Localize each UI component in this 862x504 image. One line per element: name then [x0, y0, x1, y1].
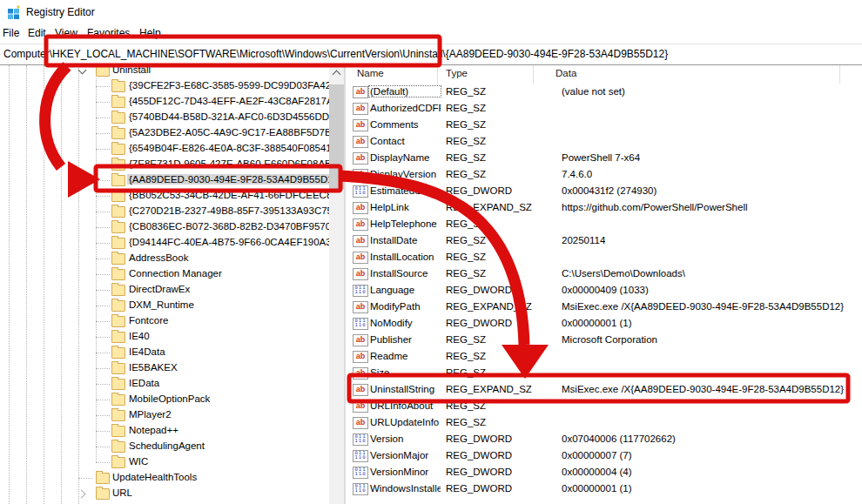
tree-row[interactable]: Notepad++ [0, 423, 329, 439]
registry-value-row[interactable]: abDisplayNameREG_SZPowerShell 7-x64 [348, 150, 862, 166]
value-type: REG_DWORD [446, 318, 512, 328]
tree-row[interactable]: {D94144FC-40EA-4B75-9F66-0CA4EF190A3A [0, 235, 329, 251]
registry-value-row[interactable]: abModifyPathREG_EXPAND_SZMsiExec.exe /X{… [348, 299, 862, 315]
tree-row[interactable]: DirectDrawEx [0, 282, 329, 298]
tree-row[interactable]: {C270D21B-2327-49B8-85F7-395133A93C75} [0, 204, 329, 219]
menu-file[interactable]: File [3, 27, 19, 39]
column-separator[interactable] [533, 65, 534, 84]
registry-value-row[interactable]: abDisplayVersionREG_SZ7.4.6.0 [348, 166, 862, 183]
registry-value-row[interactable]: 011 110VersionMinorREG_DWORD0x00000004 (… [348, 464, 862, 480]
tree-row[interactable]: {39CFE2F3-E68C-3585-9599-DC99D03FA42D} [0, 78, 329, 94]
tree-row[interactable]: {7E8E731D-9605-427E-AB60-E660D6E08ABB} [0, 157, 329, 172]
tree-row[interactable]: {5A23DBE2-A05C-4A9C-9C17-EA88BF5D7B4 [0, 125, 329, 141]
registry-value-row[interactable]: 011 110LanguageREG_DWORD0x00000409 (1033… [348, 282, 862, 299]
registry-value-row[interactable]: abInstallLocationREG_SZ [348, 249, 862, 265]
value-data: (value not set) [562, 86, 625, 97]
registry-value-row[interactable]: 011 110VersionREG_DWORD0x07040006 (11770… [348, 431, 862, 447]
chevron-right-icon[interactable] [78, 490, 86, 498]
chevron-down-icon[interactable] [78, 67, 86, 75]
address-bar[interactable]: Computer\HKEY_LOCAL_MACHINE\SOFTWARE\Mic… [0, 44, 862, 65]
tree-row[interactable]: {CB0836EC-B072-368D-82B2-D3470BF95707} [0, 219, 329, 235]
pane-divider[interactable] [344, 65, 346, 504]
tree-row[interactable]: Connection Manager [0, 266, 329, 282]
tree-row[interactable]: DXM_Runtime [0, 298, 329, 313]
tree-row[interactable]: IEData [0, 376, 329, 392]
tree-connector [96, 415, 110, 416]
menu-view[interactable]: View [55, 27, 77, 39]
reg-sz-icon: ab [353, 169, 368, 181]
tree-row[interactable]: {455DF12C-7D43-4EFF-AE2F-43C8AF2817A3 [0, 94, 329, 110]
value-type: REG_SZ [446, 252, 486, 262]
tree-row[interactable]: MPlayer2 [0, 407, 329, 423]
address-path[interactable]: Computer\HKEY_LOCAL_MACHINE\SOFTWARE\Mic… [3, 48, 668, 60]
tree-scrollbar[interactable] [329, 65, 344, 504]
tree-row[interactable]: MobileOptionPack [0, 392, 329, 407]
value-name: AuthorizedCDFP... [369, 103, 441, 113]
column-separator[interactable] [839, 65, 840, 84]
scroll-up-button[interactable] [329, 65, 344, 80]
value-type: REG_SZ [446, 400, 486, 411]
tree-row[interactable]: UpdateHealthTools [0, 470, 329, 486]
value-name: HelpLink [369, 202, 441, 212]
tree-row[interactable]: {6549B04F-E826-4E0A-8C3F-388540F08541} [0, 141, 329, 157]
menu-bar: FileEditViewFavoritesHelp [0, 24, 862, 44]
registry-value-row[interactable]: ab(Default)REG_SZ(value not set) [348, 84, 862, 100]
registry-value-row[interactable]: 011 110VersionMajorREG_DWORD0x00000007 (… [348, 447, 862, 464]
registry-value-row[interactable]: abAuthorizedCDFP...REG_SZ [348, 100, 862, 117]
value-type: REG_DWORD [446, 483, 512, 494]
registry-value-row[interactable]: abSizeREG_SZ [348, 365, 862, 381]
registry-value-row[interactable]: 011 110EstimatedSizeREG_DWORD0x000431f2 … [348, 183, 862, 199]
tree-row[interactable]: IE4Data [0, 345, 329, 360]
registry-value-row[interactable]: abCommentsREG_SZ [348, 117, 862, 133]
menu-edit[interactable]: Edit [28, 27, 46, 39]
tree-row[interactable]: IE5BAKEX [0, 360, 329, 376]
menu-help[interactable]: Help [139, 27, 161, 39]
column-separator[interactable] [437, 65, 438, 84]
registry-value-row[interactable]: abHelpLinkREG_EXPAND_SZhttps://github.co… [348, 199, 862, 216]
tree-item-label: {455DF12C-7D43-4EFF-AE2F-43C8AF2817A3 [127, 96, 329, 106]
registry-value-row[interactable]: 011 110WindowsInstallerREG_DWORD0x000000… [348, 480, 862, 497]
value-data: 0x00000007 (7) [562, 450, 632, 460]
registry-value-row[interactable]: 011 110NoModifyREG_DWORD0x00000001 (1) [348, 315, 862, 332]
registry-value-row[interactable]: abReadmeREG_SZ [348, 348, 862, 365]
registry-value-row[interactable]: abURLUpdateInfoREG_SZ [348, 414, 862, 431]
tree-connector [96, 212, 110, 212]
reg-sz-icon: ab [353, 351, 368, 363]
registry-value-row[interactable]: abInstallDateREG_SZ20250114 [348, 232, 862, 249]
tree-connector [96, 259, 110, 259]
value-data: MsiExec.exe /X{AA89DEED-9030-494E-9F28-5… [562, 301, 844, 312]
column-header-name[interactable]: Name [357, 68, 384, 78]
registry-value-row[interactable]: abURLInfoAboutREG_SZ [348, 398, 862, 414]
menu-favorites[interactable]: Favorites [87, 27, 130, 39]
registry-value-row[interactable]: abInstallSourceREG_SZC:\Users\Demo\Downl… [348, 265, 862, 282]
folder-icon [111, 379, 125, 390]
tree-row[interactable]: IE40 [0, 329, 329, 345]
registry-value-row[interactable]: abContactREG_SZ [348, 133, 862, 150]
registry-value-row[interactable]: abPublisherREG_SZMicrosoft Corporation [348, 332, 862, 348]
tree-row[interactable]: {5740BD44-B58D-321A-AFC0-6D3D4556DD6 [0, 110, 329, 125]
column-header-data[interactable]: Data [556, 68, 576, 78]
reg-sz-icon: ab [353, 103, 368, 115]
tree-row[interactable]: AddressBook [0, 251, 329, 266]
tree-row[interactable]: Fontcore [0, 313, 329, 329]
tree-row[interactable]: {AA89DEED-9030-494E-9F28-53A4D9B55D12} [0, 172, 329, 188]
value-name: DisplayVersion [369, 169, 441, 179]
tree-row[interactable]: URL [0, 486, 329, 501]
tree-row[interactable]: {BB052C53-34CB-42DE-AF41-66FDFCEEC868 [0, 188, 329, 204]
tree-connector [96, 165, 110, 165]
value-name: VersionMinor [369, 467, 441, 477]
tree-row[interactable]: WIC [0, 454, 329, 470]
value-data: 0x00000409 (1033) [562, 285, 649, 295]
registry-value-row[interactable]: abHelpTelephoneREG_SZ [348, 216, 862, 232]
scrollbar-thumb[interactable] [329, 84, 344, 189]
value-data: 7.4.6.0 [562, 169, 592, 179]
value-type: REG_DWORD [446, 433, 512, 444]
column-header-type[interactable]: Type [446, 68, 468, 78]
tree-item-label: Connection Manager [127, 268, 224, 279]
tree-row[interactable]: SchedulingAgent [0, 439, 329, 454]
value-list: ab(Default)REG_SZ(value not set)abAuthor… [348, 84, 862, 497]
registry-value-row[interactable]: abUninstallStringREG_EXPAND_SZMsiExec.ex… [348, 381, 862, 398]
tree-item-label: {BB052C53-34CB-42DE-AF41-66FDFCEEC868 [127, 190, 329, 200]
title-bar: Registry Editor [0, 0, 862, 24]
tree-row[interactable]: Uninstall [0, 65, 329, 78]
